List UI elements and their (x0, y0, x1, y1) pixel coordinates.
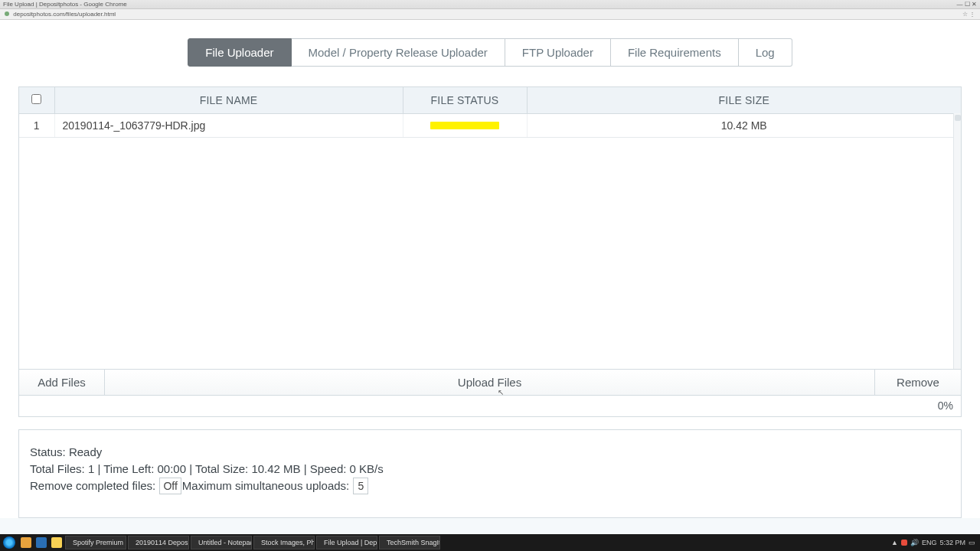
remove-button[interactable]: Remove (875, 370, 961, 395)
tab-file-uploader[interactable]: File Uploader (188, 38, 291, 67)
taskbar-item-label: TechSmith SnagIt Re… (387, 539, 440, 546)
total-files-label: Total Files: (30, 462, 85, 475)
col-file-name: FILE NAME (54, 87, 403, 114)
status-stats-line: Total Files: 1 | Time Left: 00:00 | Tota… (30, 461, 950, 478)
row-number: 1 (19, 114, 54, 138)
status-value: Ready (69, 445, 102, 458)
total-size-value: 10.42 MB (251, 462, 300, 475)
remove-completed-label: Remove completed files: (30, 479, 155, 492)
select-all-header[interactable] (19, 87, 54, 114)
tray-up-icon[interactable]: ▲ (891, 539, 898, 546)
page-content: File Uploader Model / Property Release U… (0, 20, 980, 518)
cell-file-size: 10.42 MB (527, 114, 961, 138)
taskbar-item-label: Stock Images, Photos… (261, 539, 315, 546)
browser-menu-icon[interactable]: ☆ ⋮ (962, 9, 975, 20)
start-button[interactable] (3, 536, 15, 549)
taskbar-item[interactable]: Stock Images, Photos… (253, 536, 315, 549)
taskbar-item-label: Spotify Premium (73, 539, 123, 546)
status-options-line: Remove completed files: OffMaximum simul… (30, 478, 950, 494)
tab-release-uploader[interactable]: Model / Property Release Uploader (292, 38, 505, 67)
taskbar-item-label: File Upload | Dep… (324, 539, 377, 546)
file-table: FILE NAME FILE STATUS FILE SIZE 1 201901… (18, 86, 962, 370)
tray-icon[interactable] (901, 540, 907, 546)
taskbar-pinned-icon[interactable] (51, 537, 62, 548)
taskbar-item-label: 20190114 Depositphot… (136, 539, 189, 546)
taskbar-item-notepad[interactable]: Untitled - Notepad (191, 536, 252, 549)
browser-address-bar[interactable]: depositphotos.com/files/uploader.html ☆ … (0, 9, 980, 20)
windows-taskbar[interactable]: Spotify Premium 20190114 Depositphot… Un… (0, 534, 980, 551)
taskbar-item[interactable]: 20190114 Depositphot… (128, 536, 189, 549)
cell-file-name: 20190114-_1063779-HDR.jpg (54, 114, 403, 138)
total-files-value: 1 (88, 462, 94, 475)
system-tray[interactable]: ▲ 🔊 ENG 5:32 PM ▭ (887, 539, 980, 546)
tab-file-requirements[interactable]: File Requirements (611, 38, 739, 67)
speed-value: 0 KB/s (350, 462, 384, 475)
upload-files-label: Upload Files (458, 376, 521, 389)
time-left-label: Time Left: (103, 462, 154, 475)
table-scroll-thumb[interactable] (955, 115, 961, 121)
taskbar-pinned-icon[interactable] (36, 537, 47, 548)
tab-ftp-uploader[interactable]: FTP Uploader (505, 38, 611, 67)
col-file-status: FILE STATUS (403, 87, 527, 114)
status-label: Status: (30, 445, 66, 458)
cell-file-status (403, 114, 527, 138)
table-row[interactable]: 1 20190114-_1063779-HDR.jpg 10.42 MB (19, 114, 961, 138)
file-actions: Add Files Upload Files ↖ Remove (18, 370, 962, 396)
overall-progress-percent: 0% (938, 399, 953, 412)
tray-volume-icon[interactable]: 🔊 (910, 539, 919, 546)
remove-completed-select[interactable]: Off (159, 478, 181, 494)
overall-progress-bar: 0% (18, 396, 962, 417)
lock-icon (5, 11, 9, 16)
table-scrollbar[interactable] (953, 113, 961, 369)
tray-notifications-icon[interactable]: ▭ (969, 539, 975, 546)
status-line: Status: Ready (30, 444, 950, 461)
select-all-checkbox[interactable] (31, 94, 41, 104)
max-uploads-select[interactable]: 5 (353, 478, 368, 494)
browser-titlebar: File Upload | Depositphotos - Google Chr… (0, 0, 980, 9)
total-size-label: Total Size: (195, 462, 248, 475)
add-files-button[interactable]: Add Files (19, 370, 105, 395)
tray-lang[interactable]: ENG (922, 539, 937, 546)
browser-url: depositphotos.com/files/uploader.html (13, 11, 116, 18)
tray-time[interactable]: 5:32 PM (939, 539, 965, 546)
col-file-size: FILE SIZE (527, 87, 961, 114)
status-panel: Status: Ready Total Files: 1 | Time Left… (18, 429, 962, 518)
upload-files-button[interactable]: Upload Files ↖ (105, 370, 875, 395)
taskbar-item-label: Untitled - Notepad (198, 539, 252, 546)
cursor-icon: ↖ (498, 388, 504, 394)
speed-label: Speed: (310, 462, 347, 475)
taskbar-item-snagit[interactable]: TechSmith SnagIt Re… (379, 536, 440, 549)
taskbar-pinned-icon[interactable] (21, 537, 31, 548)
upload-progress-bar (430, 122, 499, 129)
max-uploads-label: Maximum simultaneous uploads: (182, 479, 349, 492)
taskbar-item-chrome[interactable]: File Upload | Dep… (316, 536, 377, 549)
browser-tab-title: File Upload | Depositphotos - Google Chr… (3, 0, 127, 8)
time-left-value: 00:00 (158, 462, 187, 475)
window-controls[interactable]: — ☐ ✕ (957, 0, 977, 8)
tab-log[interactable]: Log (739, 38, 792, 67)
taskbar-item-spotify[interactable]: Spotify Premium (65, 536, 126, 549)
uploader-tabs: File Uploader Model / Property Release U… (18, 38, 962, 67)
